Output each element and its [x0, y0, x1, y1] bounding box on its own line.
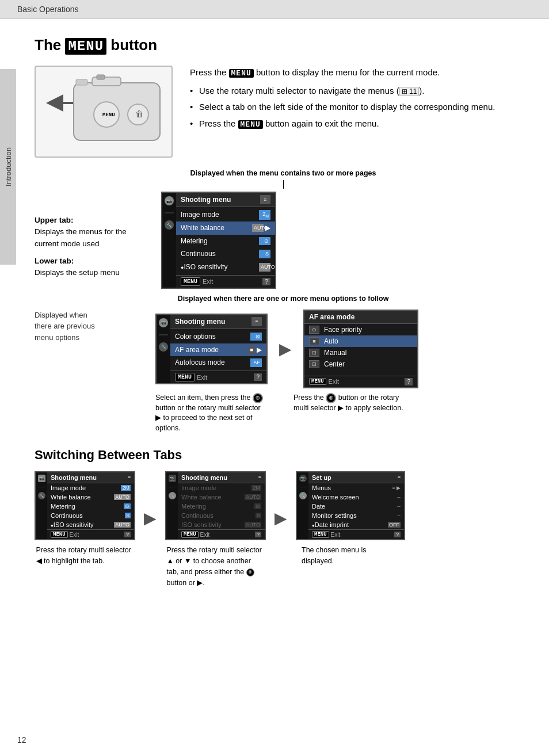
arrow-right-1: ▶	[276, 339, 295, 358]
tab-col-3: 📷 🔧 Set up ≡ Menus ≡ ▶	[296, 471, 405, 567]
menu-rows-1: Image mode 2M White balance AUTO ▶ Meter…	[176, 207, 275, 275]
svg-text:🗑: 🗑	[135, 109, 143, 119]
svg-marker-0	[46, 94, 63, 112]
sidebar-icon-camera: 📷	[165, 196, 174, 205]
tab-desc-left: Upper tab:Displays the menus for the cur…	[35, 192, 150, 284]
tab-menu-rows-2: Image mode 2M White balance AUTO Meterin…	[178, 483, 265, 529]
tab-row-metering-2: Metering ⊙	[178, 502, 265, 511]
menu-row-color: Color options ⊠	[170, 330, 266, 343]
tab-row-iso-2: ISO sensitivity AUTO	[178, 520, 265, 529]
af-row-center: ⊡ Center	[304, 358, 417, 370]
tab-menu-box-1: 📷 🔧 Shooting menu ≡ Image mode 2M	[35, 471, 135, 540]
menu-footer-1: MENU Exit ?	[176, 275, 275, 288]
setup-with-sidebar: 📷 🔧 Set up ≡ Menus ≡ ▶	[297, 472, 404, 539]
sidebar-icons-1: 📷 🔧	[162, 193, 176, 288]
tab-menu-with-sidebar-1: 📷 🔧 Shooting menu ≡ Image mode 2M	[36, 472, 134, 539]
camera-image: MENU 🗑	[35, 66, 173, 158]
af-row-manual: ⊡ Manual	[304, 347, 417, 358]
menu-demo-area-1: Upper tab:Displays the menus for the cur…	[35, 192, 532, 289]
main-content: The MENU button MENU 🗑	[17, 19, 549, 605]
menu-row-metering: Metering ⊙	[176, 235, 275, 248]
af-row-auto: ■ Auto	[304, 335, 417, 347]
tab-row-imagemode-1: Image mode 2M	[47, 483, 134, 492]
af-area-box: AF area mode ⊙ Face priority ■ Auto ⊡ Ma…	[303, 310, 418, 388]
menu-with-sidebar-2: 📷 🔧 Shooting menu ≡	[157, 315, 266, 383]
section1-title-post: button	[106, 36, 157, 54]
setup-header: Set up ≡	[308, 472, 404, 483]
sidebar-icons-2: 📷 🔧	[157, 315, 170, 383]
tab-menu-header-1: Shooting menu ≡	[47, 472, 134, 483]
af-header: AF area mode	[304, 311, 417, 324]
menu-footer-2: MENU Exit ?	[170, 371, 266, 383]
header-label: Basic Operations	[17, 5, 79, 14]
menu-row-iso: ●ISO sensitivity AUTO	[176, 261, 275, 274]
tab-row-metering-1: Metering ⊙	[47, 502, 134, 511]
menu-content-1: Shooting menu ≡ Image mode 2M White	[176, 193, 275, 288]
section2-title: Switching Between Tabs	[35, 448, 532, 463]
bullet-1: Use the rotary multi selector to navigat…	[190, 85, 532, 98]
header-bar: Basic Operations	[0, 0, 549, 19]
ok-btn-1: ®	[253, 393, 263, 403]
menu-row-imagemode: Image mode 2M	[176, 208, 275, 222]
menu-box-1: 📷 🔧 Shooting menu ≡ I	[161, 192, 276, 289]
tab-row-imagemode-2: Image mode 2M	[178, 483, 265, 492]
menu-row-continuous: Continuous S	[176, 247, 275, 261]
menu-content-2: Shooting menu ≡ Color options ⊠	[170, 315, 266, 383]
desc-bullets: Use the rotary multi selector to navigat…	[190, 85, 532, 131]
setup-rows: Menus ≡ ▶ Welcome screen -- Date --	[308, 483, 404, 529]
af-footer: MENU Exit ?	[304, 376, 417, 387]
tab-upper-desc: Upper tab:Displays the menus for the cur…	[35, 215, 150, 250]
tab-menu-rows-1: Image mode 2M White balance AUTO Meterin…	[47, 483, 134, 529]
sidebar-icon-2-camera: 📷	[159, 318, 168, 327]
menu-box-2: 📷 🔧 Shooting menu ≡	[155, 314, 268, 384]
tab-sidebar-2: 📷 🔧	[166, 472, 178, 539]
menu-header-2: Shooting menu ≡	[170, 315, 266, 329]
menu-with-sidebar-1: 📷 🔧 Shooting menu ≡ I	[162, 193, 275, 288]
bullet-2: Select a tab on the left side of the mon…	[190, 101, 532, 114]
desc-text: Press the MENU button to display the men…	[190, 66, 532, 158]
tab-row-whitebal-1: White balance AUTO	[47, 492, 134, 502]
setup-sidebar: 📷 🔧	[297, 472, 308, 539]
second-menus-col: 📷 🔧 Shooting menu ≡	[155, 310, 418, 434]
menu-inline-2: MENU	[238, 120, 263, 129]
tab-sidebar-icon-camera-1: 📷	[38, 475, 45, 482]
menu-screenshot-1: 📷 🔧 Shooting menu ≡ I	[161, 192, 276, 289]
desc-p1: Press the MENU button to display the men…	[190, 66, 532, 80]
tab-col-2: 📷 🔧 Shooting menu ≡ Image mode 2M	[165, 471, 266, 588]
desc-select: Select an item, then press the ® button …	[155, 393, 268, 434]
side-tab-label: Introduction	[4, 147, 13, 186]
second-menu-row: Displayed whenthere are previousmenu opt…	[35, 310, 532, 434]
caption-top: Displayed when the menu contains two or …	[190, 169, 376, 177]
setup-row-date: Date --	[308, 502, 404, 511]
tab-sidebar-icon-setup-2: 🔧	[169, 492, 176, 499]
tab-menu-footer-2: MENU Exit ?	[178, 529, 265, 539]
tab-row-whitebal-2: White balance AUTO	[178, 492, 265, 502]
caption-bottom: Displayed when there are one or more men…	[35, 295, 532, 303]
top-section: MENU 🗑 Press the MENU button to display …	[35, 66, 532, 158]
page-icon-2: ≡	[251, 317, 262, 326]
tab-sidebar-icon-camera-2: 📷	[169, 475, 176, 482]
setup-row-welcome: Welcome screen --	[308, 492, 404, 502]
menu-row-autofocus: Autofocus mode AF	[170, 356, 266, 369]
tab-menu-content-1: Shooting menu ≡ Image mode 2M White bala…	[47, 472, 134, 539]
svg-rect-8	[97, 75, 105, 79]
svg-rect-9	[76, 79, 87, 85]
tab-sidebar-icon-setup-1: 🔧	[38, 492, 45, 499]
section1-title: The MENU button	[35, 36, 532, 54]
setup-box: 📷 🔧 Set up ≡ Menus ≡ ▶	[296, 471, 405, 540]
sidebar-icon-setup: 🔧	[165, 220, 174, 230]
setup-menu-content: Set up ≡ Menus ≡ ▶ Welcome screen --	[308, 472, 404, 539]
sidebar-icon-2-setup: 🔧	[159, 342, 168, 352]
menu-header-1: Shooting menu ≡	[176, 193, 275, 207]
book-ref-1: ⊞ 11	[399, 87, 420, 96]
page-number: 12	[17, 735, 26, 744]
menu-row-whitebal: White balance AUTO ▶	[176, 222, 275, 235]
svg-rect-3	[92, 77, 121, 86]
ok-btn-3: ®	[246, 568, 254, 576]
bullet-3: Press the MENU button again to exit the …	[190, 117, 532, 131]
setup-row-monitor: Monitor settings --	[308, 511, 404, 520]
camera-svg: MENU 🗑	[40, 71, 167, 152]
menu-rows-2: Color options ⊠ AF area mode ■ ▶ Autofoc…	[170, 329, 266, 371]
tab-menu-footer-1: MENU Exit ?	[47, 529, 134, 539]
arrow-right-3: ▶	[272, 509, 290, 528]
